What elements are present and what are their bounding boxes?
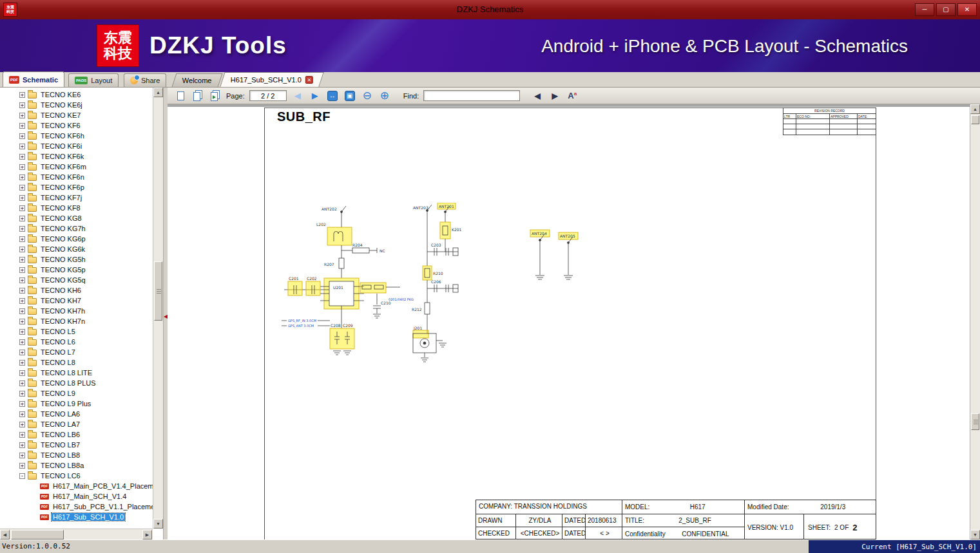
tree-folder-row[interactable]: +TECNO LB8a (0, 460, 153, 471)
sidebar-splitter[interactable]: ◀ (163, 88, 168, 539)
sidebar-scrollbar-thumb[interactable] (154, 261, 162, 321)
tree-folder-row[interactable]: +TECNO KF6n (0, 172, 153, 182)
tab-schematic[interactable]: PDF Schematic (3, 71, 64, 87)
tree-folder-row[interactable]: +TECNO KE6 (0, 89, 153, 100)
tree-expander-icon[interactable]: + (19, 92, 25, 98)
tree-folder-row[interactable]: +TECNO KG7h (0, 223, 153, 234)
scroll-right-arrow[interactable]: ▶ (142, 530, 152, 539)
find-next-button[interactable]: ▶ (548, 89, 561, 102)
tree-expander-icon[interactable]: + (19, 247, 25, 252)
tab-layout[interactable]: PADS Layout (68, 73, 119, 87)
tree-folder-row[interactable]: +TECNO KH7 (0, 295, 153, 306)
tree-expander-icon[interactable]: + (19, 401, 25, 407)
tree-folder-row[interactable]: +TECNO L9 Plus (0, 398, 153, 409)
tree-expander-icon[interactable]: - (19, 473, 25, 479)
tree-folder-row[interactable]: +TECNO KG5p (0, 265, 153, 275)
tree-expander-icon[interactable]: + (19, 164, 25, 170)
scroll-up-arrow[interactable]: ▲ (153, 88, 163, 97)
tree-expander-icon[interactable]: + (19, 370, 25, 376)
tree-folder-row[interactable]: +TECNO L7 (0, 347, 153, 357)
tree-expander-icon[interactable]: + (19, 329, 25, 335)
tree-expander-icon[interactable]: + (19, 391, 25, 397)
fit-width-button[interactable]: ↔ (326, 89, 339, 102)
tree-expander-icon[interactable]: + (19, 339, 25, 345)
tree-expander-icon[interactable]: + (19, 432, 25, 438)
page-number-input[interactable]: 2 / 2 (249, 90, 287, 101)
facing-pages-view-button[interactable] (191, 89, 204, 102)
tree-expander-icon[interactable]: + (19, 144, 25, 149)
tree-folder-row[interactable]: -TECNO LC6 (0, 471, 153, 481)
text-size-button[interactable]: Aa (566, 89, 579, 102)
tree-folder-row[interactable]: +TECNO L6 (0, 337, 153, 347)
tree-expander-icon[interactable]: + (19, 257, 25, 263)
pdf-scroll-up-arrow[interactable]: ▲ (970, 104, 980, 114)
tree-folder-row[interactable]: +TECNO KF6 (0, 120, 153, 131)
tree-expander-icon[interactable]: + (19, 133, 25, 139)
tree-folder-row[interactable]: +TECNO KF6k (0, 151, 153, 162)
tree-folder-row[interactable]: +TECNO KE7 (0, 110, 153, 120)
pdf-scroll-down-arrow[interactable]: ▼ (970, 530, 980, 539)
continuous-view-button[interactable] (209, 89, 222, 102)
tree-expander-icon[interactable]: + (19, 123, 25, 129)
tree-folder-row[interactable]: +TECNO LA7 (0, 419, 153, 429)
tree-folder-row[interactable]: +TECNO KG6k (0, 244, 153, 254)
maximize-button[interactable]: ▢ (936, 3, 956, 16)
find-input[interactable] (423, 90, 520, 101)
tree-expander-icon[interactable]: + (19, 288, 25, 294)
pdf-vertical-scrollbar[interactable]: ▲ ▼ (970, 104, 980, 539)
tree-file-row[interactable]: PDFH617_Main_SCH_V1.4 (0, 491, 153, 501)
next-page-button[interactable]: ▶ (309, 89, 322, 102)
tree-folder-row[interactable]: +TECNO KH7n (0, 316, 153, 326)
tree-expander-icon[interactable]: + (19, 267, 25, 273)
tree-expander-icon[interactable]: + (19, 453, 25, 458)
tree-folder-row[interactable]: +TECNO KF6i (0, 141, 153, 151)
tree-folder-row[interactable]: +TECNO KG6p (0, 234, 153, 244)
tree-folder-row[interactable]: +TECNO KF6h (0, 131, 153, 141)
tree-folder-row[interactable]: +TECNO LA6 (0, 409, 153, 419)
tree-expander-icon[interactable]: + (19, 236, 25, 242)
tree-folder-row[interactable]: +TECNO KF6m (0, 162, 153, 172)
tree-expander-icon[interactable]: + (19, 154, 25, 160)
find-previous-button[interactable]: ◀ (531, 89, 544, 102)
tree-file-row[interactable]: PDFH617_Main_PCB_V1.4_Placem (0, 481, 153, 491)
tree-file-row[interactable]: PDFH617_Sub_SCH_V1.0 (0, 512, 153, 522)
tree-expander-icon[interactable]: + (19, 350, 25, 355)
tree-expander-icon[interactable]: + (19, 308, 25, 314)
close-button[interactable]: ✕ (957, 3, 977, 16)
tree-expander-icon[interactable]: + (19, 411, 25, 417)
fit-page-button[interactable]: ▣ (343, 89, 356, 102)
tree-folder-row[interactable]: +TECNO KE6j (0, 100, 153, 110)
tree-folder-row[interactable]: +TECNO KG8 (0, 213, 153, 223)
tree-expander-icon[interactable]: + (19, 216, 25, 221)
tree-expander-icon[interactable]: + (19, 463, 25, 469)
tree-folder-row[interactable]: +TECNO LB6 (0, 429, 153, 440)
tree-expander-icon[interactable]: + (19, 205, 25, 211)
tree-expander-icon[interactable]: + (19, 102, 25, 108)
tree-expander-icon[interactable]: + (19, 185, 25, 191)
pdf-scrollbar-grip[interactable] (971, 413, 979, 430)
tree-folder-row[interactable]: +TECNO L8 LITE (0, 368, 153, 378)
tree-expander-icon[interactable]: + (19, 195, 25, 201)
zoom-in-button[interactable]: ⊕ (378, 89, 391, 102)
tree-expander-icon[interactable]: + (19, 380, 25, 386)
tree-expander-icon[interactable]: + (19, 113, 25, 118)
tree-expander-icon[interactable]: + (19, 360, 25, 366)
zoom-out-button[interactable]: ⊖ (361, 89, 374, 102)
tree-folder-row[interactable]: +TECNO KG5q (0, 275, 153, 285)
tree-file-row[interactable]: PDFH617_Sub_PCB_V1.1_Placeme (0, 501, 153, 512)
sidebar-hscrollbar-thumb[interactable] (11, 530, 64, 539)
minimize-button[interactable]: ─ (915, 3, 934, 16)
previous-page-button[interactable]: ◀ (291, 89, 304, 102)
tree-folder-row[interactable]: +TECNO KF8 (0, 203, 153, 213)
tree-folder-row[interactable]: +TECNO KG5h (0, 254, 153, 265)
tree-folder-row[interactable]: +TECNO L8 (0, 357, 153, 368)
sidebar-vertical-scrollbar[interactable]: ▲ ▼ (153, 88, 163, 529)
tree-expander-icon[interactable]: + (19, 319, 25, 324)
single-page-view-button[interactable] (174, 89, 187, 102)
sidebar-horizontal-scrollbar[interactable]: ◀ ▶ (0, 529, 153, 539)
tree-folder-row[interactable]: +TECNO LB8 (0, 450, 153, 460)
tree-folder-row[interactable]: +TECNO KH6 (0, 285, 153, 295)
tree-expander-icon[interactable]: + (19, 442, 25, 448)
tree-folder-row[interactable]: +TECNO KF7j (0, 192, 153, 203)
tree-folder-row[interactable]: +TECNO L9 (0, 388, 153, 398)
